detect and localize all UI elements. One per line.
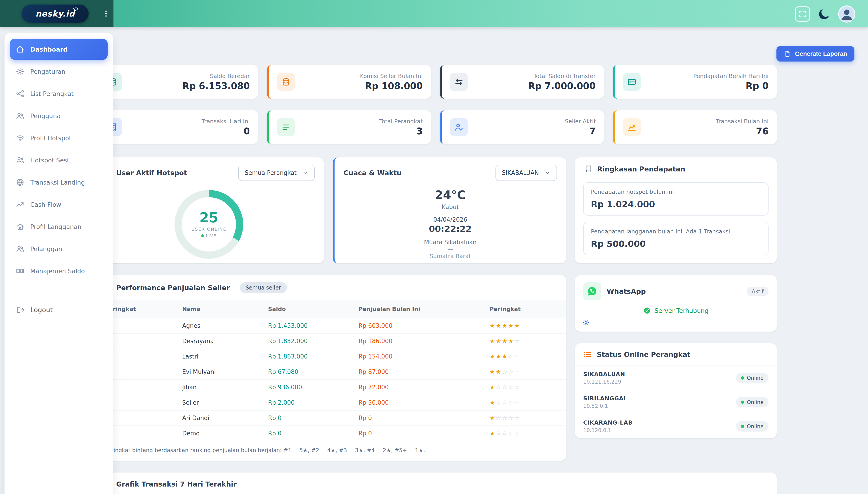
whatsapp-server-status: Server Terhubung <box>575 303 777 315</box>
stars-filled: ★ <box>490 384 496 391</box>
stat-value: 0 <box>202 126 250 136</box>
online-label: Online <box>747 399 764 405</box>
check-circle-icon <box>643 307 651 315</box>
weather-card: Cuaca & Waktu SIKABALUAN 24°C Kabut 04/0… <box>333 157 566 263</box>
whatsapp-settings-button[interactable] <box>575 315 597 331</box>
weather-location: Muara Sikabaluan <box>335 239 566 246</box>
cell-sales: Rp 72.000 <box>358 380 490 395</box>
sidebar-item-manajemen-saldo[interactable]: Manajemen Saldo <box>10 261 107 281</box>
logo[interactable]: nesky.id <box>22 4 88 23</box>
user-avatar[interactable] <box>838 5 855 23</box>
sidebar-item-dashboard[interactable]: Dashboard <box>10 39 107 60</box>
sidebar-item-transaksi-landing[interactable]: Transaksi Landing <box>10 172 107 193</box>
cell-saldo: Rp 1.863.000 <box>268 349 358 364</box>
sidebar-item-pengguna[interactable]: Pengguna <box>10 106 107 126</box>
sidebar-item-pengaturan[interactable]: Pengaturan <box>10 61 107 82</box>
seller-filter-badge: Semua seller <box>240 282 287 293</box>
stat-card-saldo-transfer: Total Saldo di Transfer Rp 7.000.000 <box>440 65 604 99</box>
stat-label: Seller Aktif <box>565 118 596 125</box>
stat-label: Komisi Seller Bulan Ini <box>360 73 423 79</box>
header-logo-zone: nesky.id <box>0 0 114 27</box>
sidebar-item-label: Pengaturan <box>30 68 65 75</box>
device-row: CIKARANG-LAB 10.120.0.1 Online <box>575 414 777 438</box>
cell-sales: Rp 186.000 <box>358 334 490 349</box>
weather-card-title: Cuaca & Waktu <box>343 169 402 177</box>
device-row: SIRILANGGAI 10.52.0.1 Online <box>575 390 777 414</box>
stat-label: Total Saldo di Transfer <box>528 73 596 79</box>
cell-stars: ★☆☆☆☆ <box>490 395 566 410</box>
sidebar-item-label: Dashboard <box>30 46 67 53</box>
table-row: Jihan Rp 936.000 Rp 72.000 ★☆☆☆☆ <box>94 380 566 395</box>
cell-stars: ★☆☆☆☆ <box>490 410 566 426</box>
cell-name: Jihan <box>182 380 268 395</box>
device-row: SIKABALUAN 10.121.16.229 Online <box>575 366 777 390</box>
stars-empty: ☆☆☆☆ <box>496 384 520 391</box>
cell-stars: ★☆☆☆☆ <box>490 426 566 441</box>
sidebar-item-label: List Perangkat <box>30 90 74 97</box>
cell-saldo: Rp 1.453.000 <box>268 318 358 334</box>
stat-label: Transaksi Hari Ini <box>202 118 250 125</box>
cell-saldo: Rp 1.832.000 <box>268 334 358 349</box>
weather-location-select[interactable]: SIKABALUAN <box>495 165 557 181</box>
table-row: Desrayana Rp 1.832.000 Rp 186.000 ★★★★☆ <box>94 334 566 349</box>
logout-icon <box>16 306 24 314</box>
stat-card-transaksi-hari-ini: Transaksi Hari Ini 0 <box>94 110 258 144</box>
gear-icon <box>16 67 24 76</box>
stat-value: Rp 6.153.080 <box>182 81 250 91</box>
user-online-donut: 25 USER ONLINE LIVE <box>175 190 243 259</box>
sidebar-item-label: Manajemen Saldo <box>30 268 85 274</box>
whatsapp-card: WhatsApp Aktif Server Terhubung <box>575 275 777 331</box>
avatar-person-icon <box>839 6 854 22</box>
stat-label: Pendapatan Bersih Hari Ini <box>693 73 769 79</box>
online-label: Online <box>747 423 764 429</box>
sidebar-item-cash-flow[interactable]: Cash Flow <box>10 194 107 215</box>
sidebar-item-profil-langganan[interactable]: Profil Langganan <box>10 216 107 237</box>
stars-filled: ★ <box>490 415 496 421</box>
stat-label: Transaksi Bulan Ini <box>716 118 769 125</box>
logout-button[interactable]: Logout <box>10 300 107 320</box>
sidebar-item-pelanggan[interactable]: Pelanggan <box>10 239 107 259</box>
sidebar-item-profil-hotspot[interactable]: Profil Hotspot <box>10 128 107 148</box>
online-dot <box>741 425 744 428</box>
table-row: Agnes Rp 1.453.000 Rp 603.000 ★★★★★ <box>94 318 566 334</box>
live-label: LIVE <box>206 233 216 238</box>
logout-label: Logout <box>30 306 53 314</box>
weather-condition: Kabut <box>335 204 566 210</box>
whatsapp-status-badge: Aktif <box>747 287 769 296</box>
column-header-name: Nama <box>182 300 268 318</box>
cell-name: Evi Mulyani <box>182 364 268 380</box>
transfer-icon <box>450 73 468 91</box>
stat-card-pendapatan-bersih: Pendapatan Bersih Hari Ini Rp 0 <box>613 65 777 99</box>
cell-saldo: Rp 0 <box>268 426 358 441</box>
users-icon <box>16 245 24 253</box>
cell-sales: Rp 0 <box>358 410 490 426</box>
fullscreen-button[interactable] <box>795 6 810 22</box>
device-ip: 10.121.16.229 <box>583 379 625 385</box>
seller-performance-card: Performance Penjualan Seller Semua selle… <box>94 275 566 461</box>
live-dot <box>201 234 204 237</box>
income-card-title: Ringkasan Pendapatan <box>597 165 685 173</box>
sidebar-item-list-perangkat[interactable]: List Perangkat <box>10 83 107 104</box>
column-header-sales: Penjualan Bulan Ini <box>358 300 490 318</box>
cell-name: Lastri <box>182 349 268 364</box>
transactions-chart-card: Grafik Transaksi 7 Hari Terakhir <box>94 473 777 494</box>
cell-name: Ari Dandi <box>182 410 268 426</box>
device-filter-select[interactable]: Semua Perangkat <box>238 165 315 181</box>
online-dot <box>741 376 744 380</box>
dark-mode-toggle[interactable] <box>816 6 832 22</box>
sidebar-item-hotspot-sesi[interactable]: Hotspot Sesi <box>10 150 107 171</box>
generate-report-label: Generate Laporan <box>795 51 847 57</box>
device-ip: 10.52.0.1 <box>583 403 626 409</box>
house-icon <box>16 222 24 231</box>
star-ranking-footnote: Peringkat bintang berdasarkan ranking pe… <box>94 441 566 461</box>
cell-sales: Rp 0 <box>358 426 490 441</box>
cell-saldo: Rp 0 <box>268 410 358 426</box>
generate-report-button[interactable]: Generate Laporan <box>776 46 854 61</box>
kebab-menu-icon <box>101 9 111 18</box>
users-icon <box>16 156 24 165</box>
kebab-menu-button[interactable] <box>99 6 114 21</box>
online-label: Online <box>747 375 764 381</box>
weather-time: 00:22:22 <box>335 224 566 234</box>
weather-location-value: SIKABALUAN <box>502 169 539 176</box>
sidebar-item-label: Profil Langganan <box>30 223 81 230</box>
